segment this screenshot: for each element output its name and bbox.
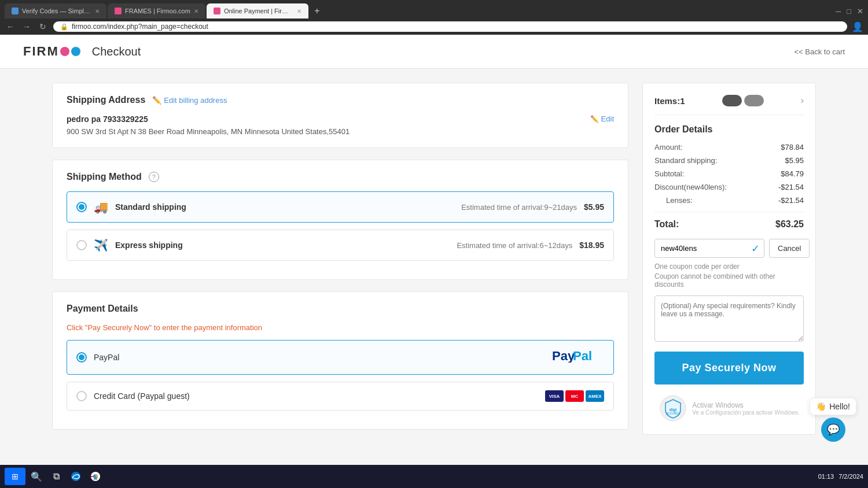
tab-verify-codes[interactable]: Verify Codes — SimplyCodes ✕ <box>5 3 106 19</box>
pay-securely-now-btn[interactable]: Pay Securely Now <box>654 352 804 385</box>
help-icon[interactable]: ? <box>149 172 159 182</box>
tab-label-frames: FRAMES | Firmoo.com <box>125 8 190 14</box>
activate-windows-text: Activar Windows <box>692 401 800 409</box>
express-shipping-radio[interactable] <box>76 240 87 250</box>
shipping-address-header: Shipping Address ✏️ Edit billing address <box>67 95 614 105</box>
express-shipping-price: $18.95 <box>579 241 604 250</box>
discount-row: Discount(new40lens): -$21.54 <box>654 183 804 191</box>
payment-instruction: Click "Pay Securely Now" to enter the pa… <box>67 323 614 332</box>
toolbar-icons: 👤 <box>852 21 863 32</box>
items-label: Items:1 <box>654 96 685 106</box>
subtotal-label: Subtotal: <box>654 169 684 178</box>
restore-btn[interactable]: □ <box>847 7 851 16</box>
address-text: firmoo.com/index.php?main_page=checkout <box>72 23 208 31</box>
discount-label: Discount(new40lens): <box>654 183 727 191</box>
profile-icon[interactable]: 👤 <box>852 21 863 32</box>
paypal-logo: Pay Pal <box>552 349 604 366</box>
coupon-check-icon: ✓ <box>751 242 760 255</box>
tab-label-verify: Verify Codes — SimplyCodes <box>22 8 91 14</box>
order-summary: Items:1 › Order Details Amount: $78.84 S… <box>642 83 816 435</box>
digicert-text: Activar Windows Ve a Configuración para … <box>692 401 800 416</box>
minimize-btn[interactable]: ─ <box>836 7 841 16</box>
chat-open-btn[interactable]: 💬 <box>821 417 845 442</box>
standard-shipping-name: Standard shipping <box>115 202 450 212</box>
logo-circle-blue <box>71 47 80 56</box>
paypal-option[interactable]: PayPal Pay Pal <box>67 340 614 375</box>
task-view-btn[interactable]: ⧉ <box>47 468 65 485</box>
activate-settings-text: Ve a Configuración para activar Windows. <box>692 409 800 416</box>
chat-wave-icon: 👋 <box>816 402 826 411</box>
subtotal-value: $84.79 <box>781 169 804 178</box>
customer-name: pedro pa 7933329225 <box>67 114 614 124</box>
tab-online-payment[interactable]: Online Payment | Firmoo.com ✕ <box>207 3 308 19</box>
mastercard-logo: MC <box>565 390 584 402</box>
main-content: Shipping Address ✏️ Edit billing address… <box>29 69 839 455</box>
plane-icon: ✈️ <box>94 238 108 252</box>
shipping-cost-value: $5.95 <box>785 156 804 165</box>
amount-label: Amount: <box>654 143 682 151</box>
paypal-radio[interactable] <box>76 352 87 363</box>
edit-billing-link[interactable]: ✏️ Edit billing address <box>152 96 227 105</box>
svg-text:SECURED: SECURED <box>666 412 681 415</box>
digicert-icon: digi SECURED <box>659 394 687 423</box>
edit-icon-small: ✏️ <box>590 115 599 123</box>
visa-logo: VISA <box>545 390 564 402</box>
start-button[interactable]: ⊞ <box>5 468 25 485</box>
search-taskbar-btn[interactable]: 🔍 <box>28 468 45 485</box>
back-to-cart-link[interactable]: << Back to cart <box>795 47 845 56</box>
payment-title: Payment Details <box>67 304 138 314</box>
credit-card-option[interactable]: Credit Card (Paypal guest) VISA MC AMEX <box>67 382 614 411</box>
browser-chrome: Verify Codes — SimplyCodes ✕ FRAMES | Fi… <box>0 0 868 35</box>
standard-shipping-price: $5.95 <box>584 202 604 212</box>
address-bar-row: ← → ↻ 🔒 firmoo.com/index.php?main_page=c… <box>0 19 868 35</box>
standard-shipping-eta: Estimated time of arrival:9~21days <box>461 203 577 212</box>
tab-close-frames[interactable]: ✕ <box>194 8 198 14</box>
amount-value: $78.84 <box>781 143 804 151</box>
total-row: Total: $63.25 <box>654 219 804 230</box>
items-header: Items:1 › <box>654 95 804 115</box>
tab-frames[interactable]: FRAMES | Firmoo.com ✕ <box>108 3 205 19</box>
address-edit-btn[interactable]: ✏️ Edit <box>590 114 614 123</box>
coupon-note-2: Coupon cannot be combined with other dis… <box>654 272 804 289</box>
express-shipping-option[interactable]: ✈️ Express shipping Estimated time of ar… <box>67 230 614 261</box>
digicert-badge: digi SECURED Activar Windows Ve a Config… <box>654 394 804 423</box>
standard-shipping-radio[interactable] <box>76 202 87 212</box>
lenses-row: Lenses: -$21.54 <box>654 196 804 205</box>
shipping-cost-row: Standard shipping: $5.95 <box>654 156 804 165</box>
tab-close-verify[interactable]: ✕ <box>95 8 100 14</box>
shipping-address-title: Shipping Address <box>67 95 145 105</box>
logo: FIRM <box>23 44 80 59</box>
logo-circles <box>60 47 80 56</box>
reload-btn[interactable]: ↻ <box>37 22 49 31</box>
chevron-right-icon[interactable]: › <box>801 95 804 106</box>
amount-row: Amount: $78.84 <box>654 143 804 151</box>
tab-label-payment: Online Payment | Firmoo.com <box>224 8 293 14</box>
payment-header: Payment Details <box>67 304 614 314</box>
standard-shipping-option[interactable]: 🚚 Standard shipping Estimated time of ar… <box>67 191 614 223</box>
credit-card-radio[interactable] <box>76 391 87 401</box>
coupon-input[interactable] <box>654 239 764 258</box>
edit-label: Edit <box>601 114 614 123</box>
taskbar-date: 7/2/2024 <box>838 473 863 480</box>
discount-value: -$21.54 <box>778 183 804 191</box>
address-bar[interactable]: 🔒 firmoo.com/index.php?main_page=checkou… <box>53 21 847 32</box>
edit-billing-label: Edit billing address <box>164 96 227 105</box>
coupon-row: ✓ Cancel <box>654 239 804 258</box>
tab-close-payment[interactable]: ✕ <box>297 8 301 14</box>
total-label: Total: <box>654 219 679 230</box>
page-header: FIRM Checkout << Back to cart <box>0 35 868 69</box>
left-column: Shipping Address ✏️ Edit billing address… <box>52 83 628 441</box>
tab-favicon-payment <box>214 8 220 14</box>
cancel-coupon-btn[interactable]: Cancel <box>769 239 810 258</box>
new-tab-button[interactable]: + <box>310 3 325 19</box>
edge-browser-btn[interactable] <box>67 468 84 485</box>
forward-btn[interactable]: → <box>21 22 32 31</box>
special-requirements-textarea[interactable] <box>654 295 804 342</box>
close-btn[interactable]: ✕ <box>857 7 863 16</box>
chat-widget: 👋 Hello! 💬 <box>810 398 856 442</box>
chrome-btn[interactable] <box>87 468 104 485</box>
truck-icon: 🚚 <box>94 200 108 214</box>
credit-card-logos: VISA MC AMEX <box>545 390 604 402</box>
page-title: Checkout <box>92 45 141 58</box>
back-btn[interactable]: ← <box>5 22 16 31</box>
